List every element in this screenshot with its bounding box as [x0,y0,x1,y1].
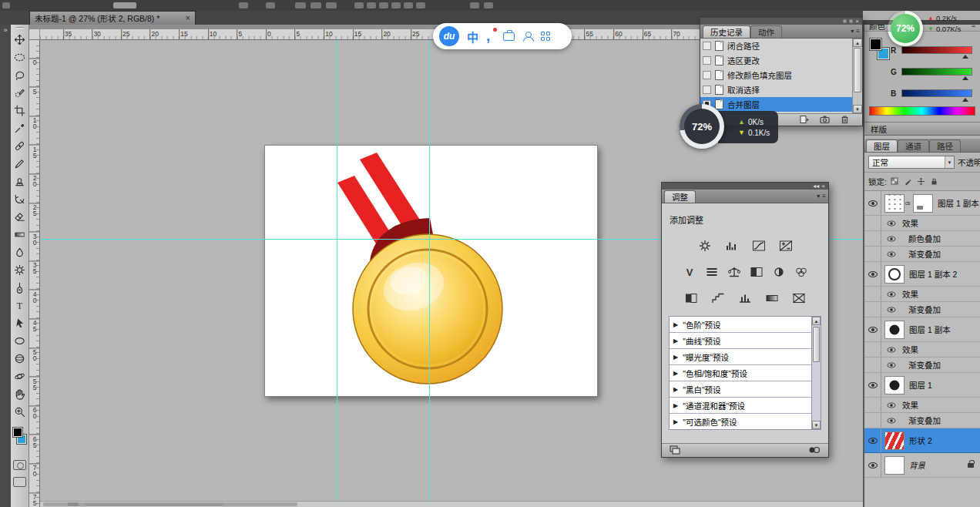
ime-language-toggle[interactable]: 中 [467,29,478,45]
layer-thumbnail[interactable] [884,456,904,475]
healing-brush-tool[interactable] [12,137,28,155]
layer-effect-row[interactable]: 效果 [864,287,980,302]
preset-item[interactable]: ▶"曲线"预设 [670,333,821,349]
layer-effect-row[interactable]: 渐变叠加 [864,413,980,428]
scroll-up-icon[interactable]: ▲ [853,39,862,47]
layer-effect-row[interactable]: 颜色叠加 [864,231,980,247]
clip-to-layer-icon[interactable] [808,446,821,455]
path-selection-tool[interactable] [12,314,28,332]
guide-vertical[interactable] [429,40,430,507]
layer-mask-thumbnail[interactable] [913,194,933,213]
close-icon[interactable]: × [855,20,859,23]
brush-tool[interactable] [12,155,28,173]
ime-toolbar[interactable]: du 中 , [433,23,572,49]
ime-toolbox-icon[interactable] [503,32,515,41]
exposure-icon[interactable] [777,239,794,252]
options-bar-icon[interactable] [367,2,376,8]
history-brush-tool[interactable] [12,190,28,208]
crop-tool[interactable] [12,102,28,119]
layer-thumbnail[interactable] [884,321,904,339]
eye-icon[interactable] [888,251,896,257]
layer-row[interactable]: 图层 1 [864,373,980,398]
history-item[interactable]: 选区更改 [700,53,862,68]
ruler-vertical[interactable]: 051015202530354045505560657075 [29,40,40,507]
close-icon[interactable]: × [821,185,825,188]
lasso-tool[interactable] [12,66,28,84]
curves-icon[interactable] [750,239,767,252]
preset-item[interactable]: ▶"黑白"预设 [670,381,821,398]
options-bar-icon[interactable] [295,2,306,8]
ime-logo[interactable]: du [439,26,459,46]
expand-triangle-icon[interactable]: ▶ [673,370,678,377]
chevron-down-icon[interactable]: ▼ [945,156,954,168]
new-snapshot-camera-icon[interactable] [820,115,830,126]
history-item[interactable]: 修改颜色填充图层 [700,68,862,82]
panel-menu-icon[interactable]: ▾ [851,28,854,35]
options-bar-icon[interactable] [391,2,401,8]
levels-icon[interactable] [723,239,740,252]
invert-icon[interactable] [683,291,700,304]
eye-icon[interactable] [888,362,896,368]
options-bar-icon[interactable] [239,2,248,8]
layer-thumbnail[interactable] [884,194,904,213]
zoom-tool[interactable] [12,403,28,421]
eye-icon[interactable] [888,418,896,423]
tab-layers[interactable]: 图层 [866,139,898,152]
history-tab-1[interactable]: 动作 [750,25,782,38]
black-white-icon[interactable] [748,265,765,278]
lock-transparent-icon[interactable] [890,176,900,186]
minimize-icon[interactable] [849,19,853,23]
new-document-from-state-icon[interactable] [800,115,810,126]
menu-icon[interactable]: ≡ [822,193,826,200]
scroll-down-icon[interactable]: ▼ [812,421,821,429]
history-source-checkbox[interactable] [703,42,711,50]
presets-scrollbar[interactable]: ▲ ▼ [811,317,821,429]
net-speed-widget[interactable]: ▲0K/s ▼0.1K/s 72% [680,102,781,151]
vibrance-icon[interactable]: V [681,265,698,278]
hue-saturation-icon[interactable] [703,265,720,278]
layer-effect-row[interactable]: 效果 [864,216,980,231]
options-bar-icon[interactable] [326,2,337,8]
expand-triangle-icon[interactable]: ▶ [673,402,678,409]
history-item[interactable]: 取消选择 [700,82,862,97]
ime-punctuation-icon[interactable]: , [486,32,495,40]
color-balance-icon[interactable] [726,265,743,278]
ime-account-icon[interactable] [522,32,533,42]
gradient-map-icon[interactable] [764,291,780,304]
3d-rotate-tool[interactable] [12,350,28,368]
panel-title-bar[interactable]: ◂◂ × [662,183,828,190]
eraser-tool[interactable] [12,208,28,226]
switch-panel-icon[interactable] [670,445,681,456]
layer-row[interactable]: 图层 1 副本 2 [864,262,980,287]
history-scrollbar[interactable]: ▲▼ [852,39,862,113]
ime-grid-icon[interactable] [541,32,550,41]
lock-all-icon[interactable] [929,176,939,186]
scroll-down-icon[interactable]: ▼ [853,105,862,113]
eye-icon[interactable] [888,402,896,408]
preset-item[interactable]: ▶"色相/饱和度"预设 [670,365,821,381]
ruler-corner[interactable] [29,29,40,40]
dodge-tool[interactable] [12,261,28,279]
styles-panel-bar[interactable]: 样版 [864,122,980,136]
tab-channels[interactable]: 通道 [898,139,929,152]
screen-mode-button[interactable] [13,477,26,487]
layer-thumbnail[interactable] [884,376,904,395]
layer-effect-row[interactable]: 渐变叠加 [864,247,980,262]
history-source-checkbox[interactable] [703,71,711,79]
options-bar-icon[interactable] [404,2,413,8]
options-bar-icon[interactable] [484,2,493,8]
preset-item[interactable]: ▶"通道混和器"预设 [670,398,821,414]
scroll-up-icon[interactable]: ▲ [812,317,821,325]
eye-icon[interactable] [888,220,896,226]
quick-mask-button[interactable] [13,460,26,470]
foreground-color-swatch[interactable] [12,427,23,438]
blend-mode-dropdown[interactable]: 正常 ▼ [868,156,955,169]
eye-icon[interactable] [868,462,878,468]
hand-tool[interactable] [12,385,28,403]
channel-mixer-icon[interactable] [793,265,810,278]
eye-icon[interactable] [868,200,878,206]
collapsed-panel-strip[interactable]: » [0,25,11,507]
tab-paths[interactable]: 路径 [929,139,961,152]
expand-triangle-icon[interactable]: ▶ [673,386,678,393]
history-source-checkbox[interactable] [703,86,711,94]
